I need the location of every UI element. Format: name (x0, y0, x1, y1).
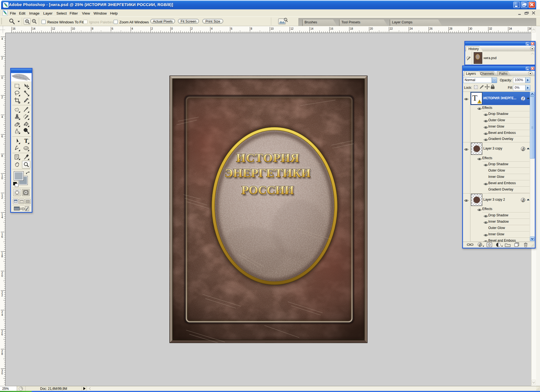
svg-text:2: 2 (1, 96, 3, 99)
svg-text:12: 12 (52, 27, 55, 30)
svg-text:2: 2 (1, 196, 3, 199)
svg-text:20: 20 (370, 27, 373, 30)
svg-text:РОССИИ: РОССИИ (242, 183, 294, 197)
svg-text:0: 0 (1, 274, 3, 277)
svg-text:14: 14 (310, 27, 314, 30)
svg-text:4: 4 (1, 37, 3, 40)
svg-text:34: 34 (509, 27, 512, 30)
svg-text:2: 2 (151, 27, 153, 30)
svg-text:6: 6 (231, 27, 232, 30)
svg-text:8: 8 (1, 154, 3, 158)
svg-text:16: 16 (330, 27, 333, 30)
svg-text:0: 0 (1, 177, 3, 180)
svg-text:6: 6 (112, 27, 113, 30)
svg-text:36: 36 (529, 27, 531, 30)
svg-text:8: 8 (92, 27, 94, 30)
svg-text:28: 28 (449, 27, 453, 30)
svg-text:2: 2 (1, 294, 3, 297)
svg-text:26: 26 (429, 27, 433, 30)
svg-text:16: 16 (12, 27, 16, 30)
svg-text:18: 18 (350, 27, 353, 30)
svg-text:0: 0 (171, 27, 173, 30)
svg-text:6: 6 (1, 135, 3, 138)
svg-text:4: 4 (1, 216, 3, 219)
svg-text:4: 4 (131, 27, 133, 30)
svg-text:8: 8 (1, 255, 3, 258)
svg-text:T: T (24, 138, 28, 144)
svg-text:4: 4 (1, 115, 3, 118)
svg-text:ЭНЕРГЕТИКИ: ЭНЕРГЕТИКИ (225, 166, 311, 180)
svg-text:24: 24 (410, 27, 413, 30)
svg-text:10: 10 (271, 27, 274, 30)
svg-text:12: 12 (290, 27, 294, 30)
svg-text:8: 8 (1, 352, 3, 355)
svg-text:14: 14 (32, 27, 35, 30)
svg-text:22: 22 (390, 27, 393, 30)
svg-text:10: 10 (72, 27, 75, 30)
svg-text:6: 6 (1, 333, 3, 336)
svg-text:32: 32 (489, 27, 492, 30)
svg-text:4: 4 (1, 313, 3, 316)
svg-text:4: 4 (211, 27, 213, 30)
svg-text:8: 8 (251, 27, 252, 30)
svg-text:0: 0 (1, 76, 3, 79)
svg-text:6: 6 (1, 235, 3, 238)
svg-text:2: 2 (1, 57, 3, 60)
svg-text:0: 0 (1, 372, 3, 375)
svg-text:2: 2 (191, 27, 193, 30)
svg-text:30: 30 (469, 27, 473, 30)
